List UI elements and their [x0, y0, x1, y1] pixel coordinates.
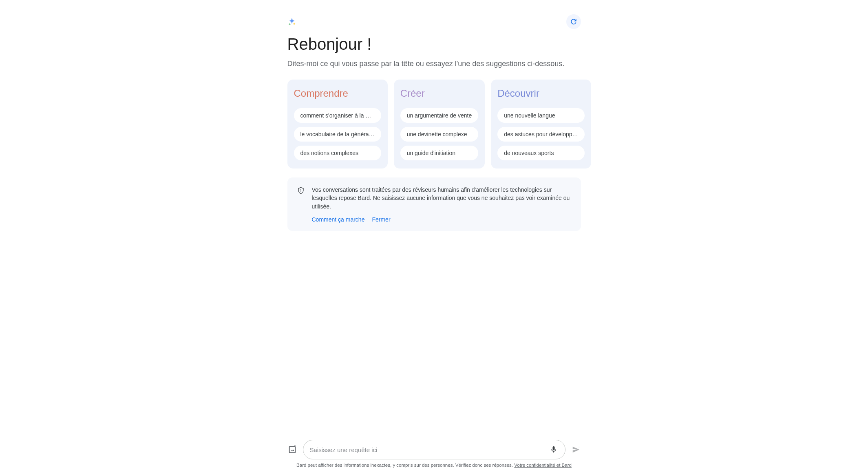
subtitle: Dites-moi ce qui vous passe par la tête … [287, 60, 581, 68]
bottom-section: Bard peut afficher des informations inex… [0, 440, 868, 470]
main-content: Rebonjour ! Dites-moi ce qui vous passe … [287, 14, 581, 470]
notice-content: Vos conversations sont traitées par des … [312, 186, 571, 223]
privacy-notice: Vos conversations sont traitées par des … [287, 177, 581, 231]
send-button[interactable] [571, 445, 581, 454]
suggestion-pill[interactable]: de nouveaux sports [497, 146, 584, 160]
suggestion-cards: Comprendre comment s'organiser à la … le… [287, 80, 581, 168]
greeting-title: Rebonjour ! [287, 35, 581, 53]
disclaimer: Bard peut afficher des informations inex… [296, 463, 572, 468]
suggestion-pill[interactable]: un guide d'initiation [400, 146, 479, 160]
mic-icon [550, 446, 558, 454]
prompt-input[interactable] [310, 446, 549, 453]
card-title-comprendre: Comprendre [294, 88, 381, 99]
how-it-works-link[interactable]: Comment ça marche [312, 216, 365, 223]
suggestion-pill[interactable]: une devinette complexe [400, 127, 479, 142]
header-row [287, 14, 581, 29]
svg-rect-1 [300, 190, 301, 192]
upload-image-button[interactable] [287, 445, 297, 454]
suggestion-pill[interactable]: des astuces pour développ… [497, 127, 584, 142]
privacy-link[interactable]: Votre confidentialité et Bard [514, 463, 572, 468]
notice-links: Comment ça marche Fermer [312, 216, 571, 223]
card-decouvrir: Découvrir une nouvelle langue des astuce… [491, 80, 591, 168]
suggestion-pill[interactable]: le vocabulaire de la généra… [294, 127, 381, 142]
notice-text: Vos conversations sont traitées par des … [312, 186, 571, 211]
input-container [303, 440, 565, 459]
refresh-button[interactable] [566, 14, 581, 29]
mic-button[interactable] [549, 445, 559, 454]
send-icon [572, 445, 581, 454]
card-comprendre: Comprendre comment s'organiser à la … le… [287, 80, 388, 168]
svg-point-2 [579, 447, 579, 448]
sparkle-icon [287, 17, 296, 26]
card-creer: Créer un argumentaire de vente une devin… [394, 80, 485, 168]
suggestion-pill[interactable]: des notions complexes [294, 146, 381, 160]
disclaimer-text: Bard peut afficher des informations inex… [296, 463, 514, 468]
card-title-creer: Créer [400, 88, 479, 99]
svg-point-0 [300, 189, 301, 190]
suggestion-pill[interactable]: un argumentaire de vente [400, 108, 479, 123]
shield-icon [297, 186, 305, 195]
close-link[interactable]: Fermer [372, 216, 390, 223]
refresh-icon [570, 18, 578, 26]
suggestion-pill[interactable]: comment s'organiser à la … [294, 108, 381, 123]
input-row [287, 440, 581, 459]
card-title-decouvrir: Découvrir [497, 88, 584, 99]
suggestion-pill[interactable]: une nouvelle langue [497, 108, 584, 123]
image-upload-icon [288, 445, 297, 454]
